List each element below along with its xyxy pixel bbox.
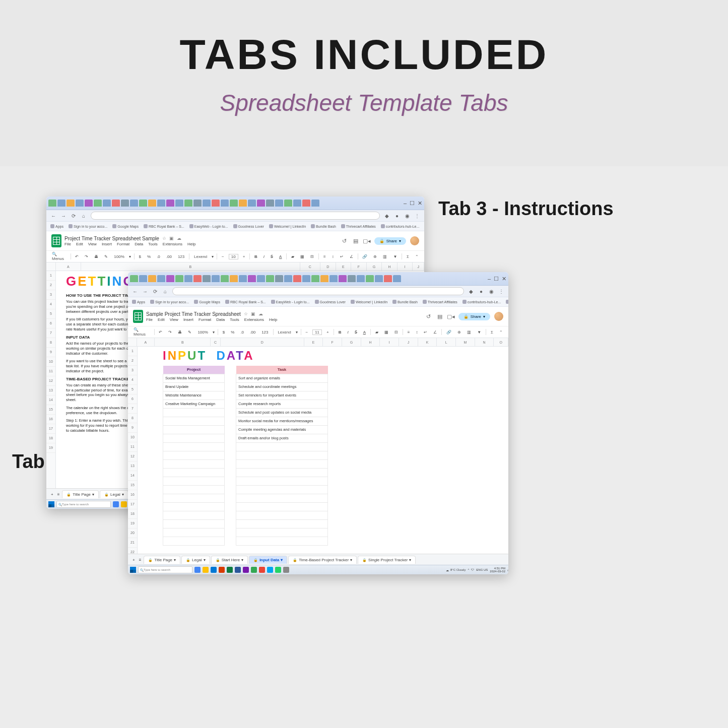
url-input[interactable] [91,212,380,220]
menu-icon[interactable]: ⋮ [414,213,420,219]
borders-icon[interactable]: ▦ [383,329,390,335]
extension-icon[interactable]: ◆ [468,288,474,294]
task-cell[interactable] [236,477,328,485]
browser-tab[interactable] [320,275,328,282]
browser-tab[interactable] [121,200,129,207]
halign-icon[interactable]: ≡ [322,254,327,259]
bookmark-item[interactable]: contributors-hub-Le... [462,300,501,304]
project-cell[interactable] [163,485,225,494]
browser-tab[interactable] [329,275,338,282]
project-cell[interactable] [163,417,225,425]
browser-tab[interactable] [139,275,147,282]
menu-item[interactable]: Help [187,242,195,246]
project-cell[interactable]: Website Maintenance [163,391,225,400]
meet-icon[interactable]: ▢◂ [447,313,454,320]
sheet-tab[interactable]: 🔒Title Page▾ [144,556,180,564]
tray-icon[interactable]: ^ [468,568,469,571]
browser-tab[interactable] [76,200,84,207]
taskbar-app-icon[interactable] [243,567,249,573]
bookmark-item[interactable]: RBC Royal Bank – S... [144,224,184,228]
link-icon[interactable]: 🔗 [445,329,453,335]
browser-tab[interactable] [239,200,247,207]
taskbar-app-icon[interactable] [251,567,257,573]
browser-tab[interactable] [284,275,292,282]
bold-icon[interactable]: B [337,329,343,335]
collapse-icon[interactable]: ⌃ [414,254,420,259]
project-cell[interactable] [163,451,225,459]
taskbar-search[interactable]: 🔍 Type here to search [138,566,192,573]
sheet-tab[interactable]: 🔒Time-Based Project Tracker▾ [288,556,357,564]
sheet-tab[interactable]: 🔒Start Here▾ [211,556,248,564]
functions-icon[interactable]: Σ [405,254,411,259]
taskbar-app-icon[interactable] [227,567,233,573]
start-button[interactable] [130,567,136,573]
browser-tab[interactable] [293,200,301,207]
menu-item[interactable]: Data [135,242,143,246]
browser-tab[interactable] [166,275,174,282]
browser-tab[interactable] [67,200,75,207]
move-icon[interactable]: ▣ [251,311,255,316]
bookmark-item[interactable]: Goodness Lover [233,224,264,228]
browser-tab[interactable] [112,200,120,207]
task-cell[interactable]: Schedule and coordinate meetings [236,382,328,391]
bookmark-item[interactable]: Bundle Bash [311,224,336,228]
move-icon[interactable]: ▣ [169,236,174,241]
taskbar-app-icon[interactable] [275,567,281,573]
redo-icon[interactable]: ↷ [167,329,173,335]
comment-add-icon[interactable]: ⊕ [372,254,378,259]
cloud-icon[interactable]: ☁ [258,311,263,316]
browser-tab[interactable] [257,200,265,207]
project-cell[interactable] [163,519,225,528]
browser-tab[interactable] [148,200,156,207]
task-cell[interactable] [236,537,328,545]
history-icon[interactable]: ↺ [341,237,348,244]
all-sheets-icon[interactable]: ≡ [56,492,61,497]
bookmark-item[interactable]: Bundle Bash [392,300,418,304]
project-cell[interactable] [163,494,225,502]
redo-icon[interactable]: ↷ [83,254,90,259]
browser-tab[interactable] [184,200,192,207]
text-color-icon[interactable]: A [278,254,283,259]
comment-icon[interactable]: ▤ [352,237,359,244]
bookmark-item[interactable]: Google Maps [112,224,139,228]
menu-item[interactable]: Extensions [163,242,182,246]
browser-tab[interactable] [248,200,256,207]
sheets-icon[interactable] [133,310,143,323]
avatar[interactable] [494,312,503,321]
doc-title[interactable]: Project Time Tracker Spreadsheet Sample [64,236,159,241]
meet-icon[interactable]: ▢◂ [363,237,370,244]
browser-tab[interactable] [257,275,265,282]
browser-tab[interactable] [384,275,392,282]
task-cell[interactable]: Monitor social media for mentions/messag… [236,417,328,425]
project-cell[interactable] [163,511,225,519]
start-button[interactable] [48,501,54,507]
sheet-body[interactable]: 1234567891011121314151617181920212223242… [128,347,508,563]
wrap-icon[interactable]: ↵ [422,329,429,335]
url-input[interactable] [172,287,464,295]
task-cell[interactable] [236,442,328,451]
undo-icon[interactable]: ↶ [74,254,80,259]
project-cell[interactable] [163,408,225,417]
browser-tab[interactable] [239,275,247,282]
percent-icon[interactable]: % [146,254,152,259]
notification-icon[interactable]: ▭ [507,568,508,572]
back-icon[interactable]: ← [132,288,138,294]
project-cell[interactable]: Creative Marketing Campaign [163,400,225,408]
zoom-select[interactable]: 100% [196,329,209,335]
browser-tab[interactable] [230,200,238,207]
task-cell[interactable] [236,485,328,494]
browser-tab[interactable] [85,200,93,207]
browser-tab[interactable] [203,275,211,282]
bookmark-item[interactable]: Thrivecart Affiliates [423,300,457,304]
browser-tab[interactable] [293,275,301,282]
task-cell[interactable] [236,459,328,468]
search-menus[interactable]: 🔍 Menus [50,251,68,261]
menu-item[interactable]: Tools [230,317,239,322]
browser-tab[interactable] [157,275,165,282]
taskbar-app-icon[interactable] [267,567,273,573]
share-button[interactable]: 🔒Share▾ [458,313,490,320]
task-cell[interactable] [236,511,328,519]
star-icon[interactable]: ☆ [162,236,166,241]
bookmark-item[interactable]: Welcome! | LinkedIn [351,300,387,304]
font-select[interactable]: Lexend [276,329,292,335]
